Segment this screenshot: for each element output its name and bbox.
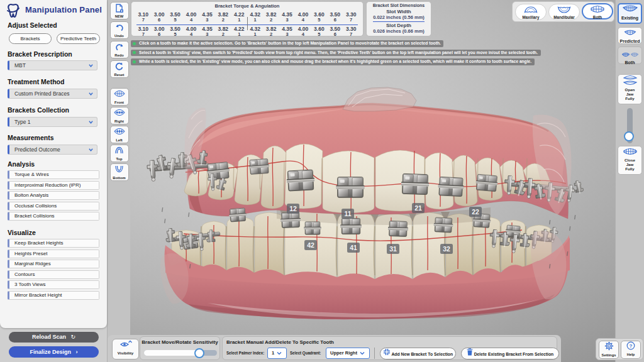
svg-text:31: 31 <box>389 245 397 253</box>
svg-text:?: ? <box>630 343 633 348</box>
svg-text:42: 42 <box>307 241 314 249</box>
svg-text:41: 41 <box>350 244 357 251</box>
svg-text:11: 11 <box>344 210 351 217</box>
svg-text:12: 12 <box>289 205 297 212</box>
svg-text:32: 32 <box>443 245 450 253</box>
svg-text:22: 22 <box>472 208 479 216</box>
svg-text:21: 21 <box>414 204 422 212</box>
